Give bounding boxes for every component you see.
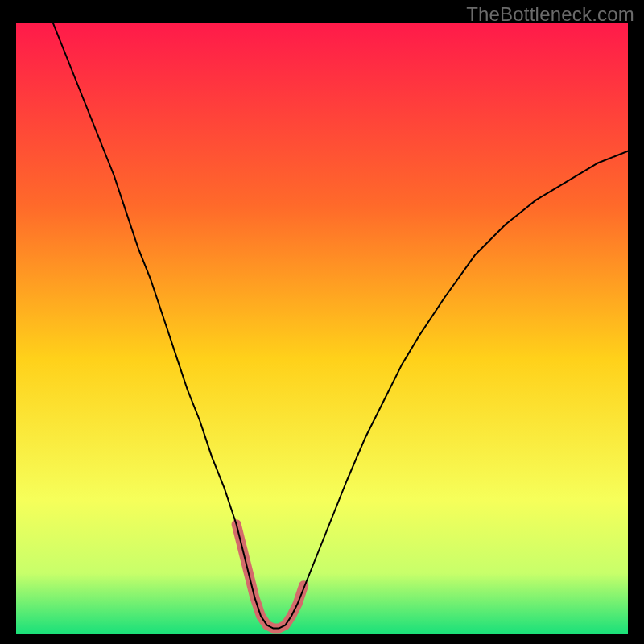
chart-svg — [16, 23, 628, 634]
chart-frame: TheBottleneck.com — [0, 0, 644, 644]
chart-plot — [16, 23, 628, 634]
